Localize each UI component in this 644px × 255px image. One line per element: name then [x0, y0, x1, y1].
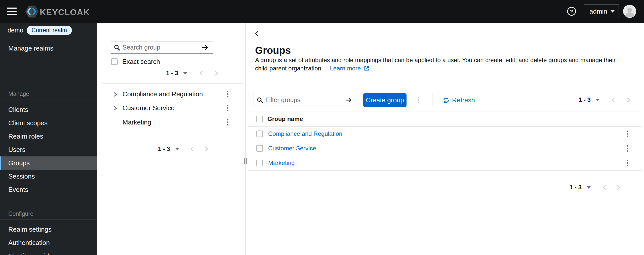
- exact-search-label: Exact search: [122, 58, 160, 65]
- next-page-button[interactable]: [616, 185, 621, 190]
- row-checkbox[interactable]: [256, 131, 263, 137]
- pagination-caret-icon[interactable]: [596, 99, 600, 101]
- sidebar-item-identity-providers[interactable]: Identity providers: [0, 249, 97, 255]
- svg-text:?: ?: [570, 9, 573, 14]
- table-right-border: [642, 111, 642, 170]
- sidebar-item-authentication[interactable]: Authentication: [0, 236, 97, 249]
- filter-groups-input[interactable]: [254, 94, 342, 106]
- next-page-button[interactable]: [626, 97, 631, 103]
- row-kebab-menu-icon[interactable]: [624, 128, 630, 140]
- avatar[interactable]: [623, 5, 636, 18]
- nav-toggle-hamburger-icon[interactable]: [7, 8, 17, 15]
- sidebar-item-client-scopes[interactable]: Client scopes: [0, 116, 97, 130]
- sidebar-item-users[interactable]: Users: [0, 143, 97, 156]
- group-link[interactable]: Compliance and Regulation: [268, 130, 342, 137]
- table-pagination-top: 1 - 3: [579, 95, 631, 105]
- realm-selector[interactable]: demo Current realm: [0, 23, 97, 38]
- pagination-caret-icon[interactable]: [183, 72, 187, 74]
- learn-more-link[interactable]: Learn more: [330, 65, 369, 72]
- sidebar-item-realm-settings[interactable]: Realm settings: [0, 223, 97, 236]
- refresh-button[interactable]: Refresh: [443, 94, 475, 106]
- row-checkbox[interactable]: [256, 145, 263, 152]
- column-header-group-name: Group name: [267, 115, 303, 123]
- expand-chevron-icon[interactable]: [113, 106, 117, 112]
- sidebar-nav: demo Current realm Manage realms Manage …: [0, 23, 97, 255]
- kebab-menu-icon[interactable]: [225, 102, 231, 114]
- row-divider: [248, 156, 642, 156]
- refresh-icon: [443, 97, 450, 104]
- username-label: admin: [589, 8, 611, 15]
- angle-right-icon: [626, 97, 631, 103]
- group-link[interactable]: Customer Service: [268, 145, 316, 152]
- sidebar-item-groups[interactable]: Groups: [0, 156, 97, 170]
- previous-page-button[interactable]: [611, 97, 615, 103]
- pagination-range: 1 - 3: [158, 145, 170, 152]
- row-divider: [248, 170, 642, 171]
- help-icon[interactable]: ?: [567, 7, 576, 16]
- collapse-drawer-chevron-icon[interactable]: [254, 30, 261, 38]
- table-pagination-bottom: 1 - 3: [570, 183, 621, 192]
- panel-resize-handle[interactable]: [244, 158, 247, 164]
- tree-item-label[interactable]: Customer Service: [123, 104, 175, 112]
- next-page-button[interactable]: [214, 70, 219, 76]
- row-checkbox[interactable]: [256, 160, 263, 166]
- angle-right-icon: [214, 70, 219, 76]
- arrow-right-icon: [202, 45, 209, 51]
- chevron-down-icon: [611, 10, 615, 13]
- create-group-button[interactable]: Create group: [363, 93, 407, 107]
- table-left-border: [248, 111, 248, 170]
- filter-groups-box: [254, 94, 355, 106]
- external-link-icon: [364, 66, 369, 71]
- tree-pagination-top: 1 - 3: [166, 68, 219, 78]
- kebab-menu-icon[interactable]: [225, 88, 231, 100]
- sidebar-item-clients[interactable]: Clients: [0, 103, 97, 116]
- pagination-range: 1 - 3: [570, 184, 582, 191]
- sidebar-item-sessions[interactable]: Sessions: [0, 170, 97, 183]
- page-title: Groups: [255, 45, 291, 56]
- tree-item[interactable]: Compliance and Regulation: [98, 87, 245, 101]
- panel-divider: [245, 23, 246, 255]
- nav-section-label-configure: Configure: [8, 210, 33, 218]
- tree-item[interactable]: Customer Service: [98, 101, 245, 115]
- exact-search-checkbox[interactable]: [111, 58, 118, 65]
- tree-item-label[interactable]: Marketing: [123, 118, 151, 126]
- nav-section-label-manage: Manage: [8, 90, 29, 98]
- brand-wordmark: KEYCLOAK: [40, 7, 90, 17]
- select-all-checkbox[interactable]: [256, 116, 263, 122]
- group-search-field: [111, 41, 197, 54]
- pagination-caret-icon[interactable]: [175, 148, 179, 150]
- pagination-range: 1 - 3: [579, 96, 591, 103]
- sidebar-item-realm-roles[interactable]: Realm roles: [0, 130, 97, 143]
- toolbar-kebab-menu-icon[interactable]: [416, 94, 422, 106]
- expand-chevron-icon[interactable]: [113, 92, 117, 98]
- sidebar-item-manage-realms[interactable]: Manage realms: [0, 40, 97, 56]
- group-search-box: [111, 41, 213, 54]
- group-search-submit-button[interactable]: [197, 41, 213, 54]
- angle-left-icon: [199, 70, 203, 76]
- tree-item[interactable]: Marketing: [98, 115, 245, 129]
- sidebar-divider: [0, 219, 97, 220]
- angle-right-icon: [204, 146, 209, 152]
- row-kebab-menu-icon[interactable]: [624, 142, 630, 154]
- filter-groups-submit-button[interactable]: [342, 94, 355, 106]
- arrow-right-icon: [345, 97, 352, 103]
- group-link[interactable]: Marketing: [268, 159, 295, 166]
- kebab-menu-icon[interactable]: [225, 116, 231, 128]
- configure-nav-list: Realm settings Authentication Identity p…: [0, 223, 97, 255]
- previous-page-button[interactable]: [602, 185, 607, 190]
- description-text: A group is a set of attributes and role …: [255, 57, 616, 72]
- table-top-border: [248, 111, 642, 111]
- learn-more-label: Learn more: [330, 65, 361, 72]
- refresh-label: Refresh: [452, 96, 475, 104]
- sidebar-item-events[interactable]: Events: [0, 183, 97, 196]
- previous-page-button[interactable]: [190, 146, 194, 152]
- row-divider: [248, 141, 642, 141]
- next-page-button[interactable]: [204, 146, 209, 152]
- row-kebab-menu-icon[interactable]: [624, 157, 630, 169]
- masthead: KEYCLOAK ? admin: [0, 0, 644, 23]
- previous-page-button[interactable]: [199, 70, 203, 76]
- group-search-input[interactable]: [111, 41, 197, 54]
- user-menu-dropdown[interactable]: admin: [584, 4, 619, 18]
- pagination-caret-icon[interactable]: [587, 186, 591, 189]
- tree-item-label[interactable]: Compliance and Regulation: [123, 90, 203, 98]
